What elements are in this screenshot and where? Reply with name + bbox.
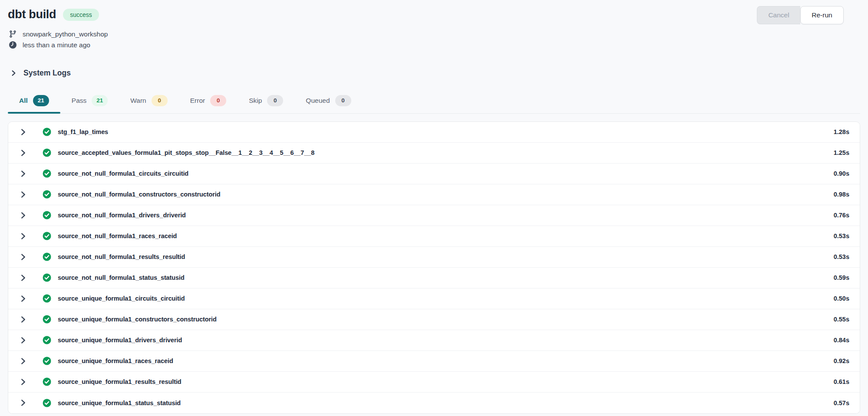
tab-error[interactable]: Error 0 — [179, 90, 238, 113]
rerun-button[interactable]: Re-run — [800, 6, 844, 24]
node-duration: 0.92s — [834, 357, 849, 364]
run-actions: Cancel Re-run — [757, 6, 844, 24]
node-duration: 1.25s — [834, 149, 849, 156]
expand-chevron-icon[interactable] — [20, 212, 27, 219]
tab-label: Warn — [130, 97, 146, 105]
success-check-icon — [43, 273, 51, 282]
result-row: source_unique_formula1_results_resultid … — [8, 372, 860, 393]
title-group: dbt build success — [8, 6, 99, 21]
result-row: stg_f1_lap_times 1.28s — [8, 122, 860, 143]
node-name: source_not_null_formula1_races_raceid — [58, 233, 177, 239]
node-name: source_unique_formula1_status_statusid — [58, 400, 181, 406]
header: dbt build success Cancel Re-run — [8, 6, 860, 24]
expand-chevron-icon[interactable] — [20, 316, 27, 323]
run-meta: snowpark_python_workshop less than a min… — [8, 29, 860, 50]
success-check-icon — [43, 211, 51, 219]
result-row: source_unique_formula1_drivers_driverid … — [8, 330, 860, 351]
clock-icon — [9, 41, 17, 49]
node-name: source_not_null_formula1_constructors_co… — [58, 191, 220, 198]
node-duration: 1.28s — [834, 128, 849, 135]
node-name: source_unique_formula1_results_resultid — [58, 378, 182, 385]
node-name: source_unique_formula1_drivers_driverid — [58, 337, 182, 344]
expand-chevron-icon[interactable] — [20, 274, 27, 282]
expand-chevron-icon[interactable] — [20, 399, 27, 406]
node-duration: 0.53s — [834, 233, 849, 239]
result-row: source_unique_formula1_races_raceid 0.92… — [8, 351, 860, 372]
expand-chevron-icon[interactable] — [20, 295, 27, 302]
result-row: source_not_null_formula1_constructors_co… — [8, 184, 860, 205]
success-check-icon — [43, 252, 51, 261]
expand-chevron-icon[interactable] — [20, 128, 27, 136]
tab-count-badge: 0 — [335, 95, 351, 106]
system-logs-toggle[interactable]: System Logs — [10, 69, 860, 78]
success-check-icon — [43, 148, 51, 157]
success-check-icon — [43, 169, 51, 178]
result-row: source_unique_formula1_circuits_circuiti… — [8, 288, 860, 309]
tab-count-badge: 21 — [33, 95, 49, 106]
tab-label: Skip — [249, 97, 262, 105]
node-duration: 0.50s — [834, 295, 849, 302]
success-check-icon — [43, 357, 51, 365]
tab-pass[interactable]: Pass 21 — [60, 90, 119, 113]
node-duration: 0.55s — [834, 316, 849, 323]
branch-name: snowpark_python_workshop — [23, 30, 108, 38]
expand-chevron-icon[interactable] — [20, 149, 27, 157]
node-duration: 0.57s — [834, 400, 849, 406]
expand-chevron-icon[interactable] — [20, 233, 27, 240]
tab-count-badge: 21 — [92, 95, 108, 106]
node-name: source_not_null_formula1_status_statusid — [58, 274, 185, 281]
success-check-icon — [43, 128, 51, 136]
system-logs-label: System Logs — [23, 69, 71, 78]
tab-warn[interactable]: Warn 0 — [119, 90, 178, 113]
expand-chevron-icon[interactable] — [20, 253, 27, 261]
tab-skip[interactable]: Skip 0 — [238, 90, 294, 113]
success-check-icon — [43, 294, 51, 303]
node-name: source_unique_formula1_circuits_circuiti… — [58, 295, 185, 302]
node-duration: 0.53s — [834, 253, 849, 260]
tab-count-badge: 0 — [152, 95, 168, 106]
success-check-icon — [43, 377, 51, 386]
result-row: source_not_null_formula1_results_resulti… — [8, 247, 860, 268]
time-ago: less than a minute ago — [23, 41, 90, 49]
tab-queued[interactable]: Queued 0 — [294, 90, 362, 113]
expand-chevron-icon[interactable] — [20, 378, 27, 386]
result-row: source_not_null_formula1_circuits_circui… — [8, 164, 860, 184]
node-name: source_accepted_values_formula1_pit_stop… — [58, 149, 314, 156]
node-duration: 0.76s — [834, 212, 849, 219]
chevron-right-icon — [10, 70, 17, 76]
expand-chevron-icon[interactable] — [20, 357, 27, 365]
run-detail-page: dbt build success Cancel Re-run snowpark… — [0, 0, 868, 414]
node-duration: 0.61s — [834, 378, 849, 385]
tab-count-badge: 0 — [210, 95, 226, 106]
success-check-icon — [43, 399, 51, 407]
status-badge: success — [63, 9, 99, 21]
result-row: source_unique_formula1_status_statusid 0… — [8, 393, 860, 413]
success-check-icon — [43, 190, 51, 199]
tab-count-badge: 0 — [267, 95, 283, 106]
result-row: source_not_null_formula1_races_raceid 0.… — [8, 226, 860, 247]
expand-chevron-icon[interactable] — [20, 170, 27, 177]
node-name: source_not_null_formula1_results_resulti… — [58, 253, 185, 260]
results-list: stg_f1_lap_times 1.28s source_accepted_v… — [8, 121, 860, 414]
branch-row: snowpark_python_workshop — [9, 29, 860, 39]
expand-chevron-icon[interactable] — [20, 191, 27, 198]
time-row: less than a minute ago — [9, 39, 860, 50]
success-check-icon — [43, 336, 51, 344]
result-row: source_not_null_formula1_drivers_driveri… — [8, 205, 860, 226]
node-duration: 0.59s — [834, 274, 849, 281]
status-tabs: All 21 Pass 21 Warn 0 Error 0 Skip 0 Que… — [8, 90, 860, 114]
tab-label: Error — [190, 97, 205, 105]
node-name: source_unique_formula1_constructors_cons… — [58, 316, 217, 323]
node-name: source_unique_formula1_races_raceid — [58, 357, 173, 364]
node-duration: 0.90s — [834, 170, 849, 177]
node-duration: 0.98s — [834, 191, 849, 198]
result-row: source_unique_formula1_constructors_cons… — [8, 309, 860, 330]
tab-all[interactable]: All 21 — [8, 90, 60, 113]
cancel-button[interactable]: Cancel — [757, 6, 800, 24]
tab-label: All — [19, 97, 28, 105]
success-check-icon — [43, 315, 51, 324]
result-row: source_accepted_values_formula1_pit_stop… — [8, 143, 860, 164]
expand-chevron-icon[interactable] — [20, 337, 27, 344]
node-name: source_not_null_formula1_drivers_driveri… — [58, 212, 186, 219]
node-name: source_not_null_formula1_circuits_circui… — [58, 170, 188, 177]
